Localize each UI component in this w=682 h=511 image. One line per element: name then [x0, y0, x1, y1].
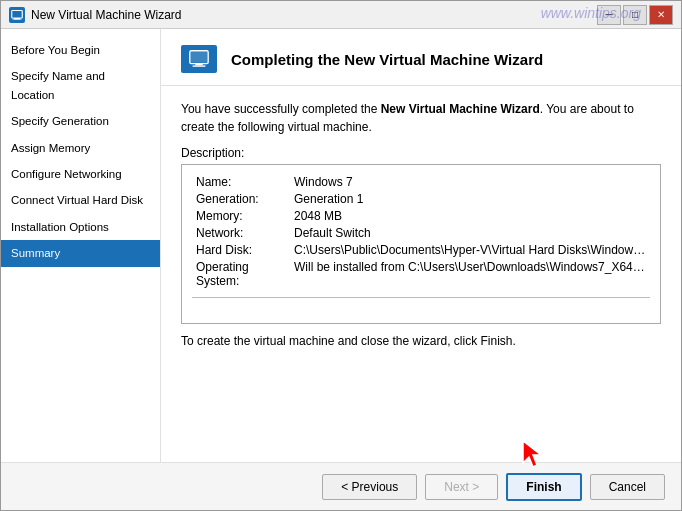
svg-rect-0: [12, 10, 23, 18]
intro-text: You have successfully completed the New …: [181, 100, 661, 136]
window-title: New Virtual Machine Wizard: [31, 8, 182, 22]
window-icon: [9, 7, 25, 23]
description-label: Description:: [181, 146, 661, 160]
finish-button[interactable]: Finish: [506, 473, 581, 501]
page-header: Completing the New Virtual Machine Wizar…: [161, 29, 681, 86]
desc-box-footer: [192, 297, 650, 302]
desc-value-cell: 2048 MB: [290, 207, 650, 224]
title-bar: New Virtual Machine Wizard ─ □ ✕: [1, 1, 681, 29]
desc-value-cell: Windows 7: [290, 173, 650, 190]
title-controls: ─ □ ✕: [597, 5, 673, 25]
table-row: Name:Windows 7: [192, 173, 650, 190]
svg-rect-5: [193, 65, 206, 66]
sidebar-item-generation[interactable]: Specify Generation: [1, 108, 160, 134]
sidebar-item-networking[interactable]: Configure Networking: [1, 161, 160, 187]
main-content: Completing the New Virtual Machine Wizar…: [161, 29, 681, 462]
page-body: You have successfully completed the New …: [161, 86, 681, 462]
header-icon: [181, 45, 217, 73]
sidebar-item-memory[interactable]: Assign Memory: [1, 135, 160, 161]
desc-value-cell: Generation 1: [290, 190, 650, 207]
table-row: Hard Disk:C:\Users\Public\Documents\Hype…: [192, 241, 650, 258]
svg-rect-4: [195, 64, 202, 66]
content-area: Before You Begin Specify Name and Locati…: [1, 29, 681, 462]
table-row: Operating System:Will be installed from …: [192, 258, 650, 289]
close-button[interactable]: ✕: [649, 5, 673, 25]
intro-bold: New Virtual Machine Wizard: [381, 102, 540, 116]
desc-label-cell: Generation:: [192, 190, 290, 207]
cancel-button[interactable]: Cancel: [590, 474, 665, 500]
sidebar-item-hard-disk[interactable]: Connect Virtual Hard Disk: [1, 187, 160, 213]
page-title: Completing the New Virtual Machine Wizar…: [231, 51, 543, 68]
desc-label-cell: Network:: [192, 224, 290, 241]
desc-label-cell: Memory:: [192, 207, 290, 224]
table-row: Network:Default Switch: [192, 224, 650, 241]
sidebar-item-before-you-begin[interactable]: Before You Begin: [1, 37, 160, 63]
table-row: Memory:2048 MB: [192, 207, 650, 224]
next-button: Next >: [425, 474, 498, 500]
desc-value-cell: Will be installed from C:\Users\User\Dow…: [290, 258, 650, 289]
sidebar: Before You Begin Specify Name and Locati…: [1, 29, 161, 462]
sidebar-item-name-location[interactable]: Specify Name and Location: [1, 63, 160, 108]
previous-button[interactable]: < Previous: [322, 474, 417, 500]
desc-label-cell: Name:: [192, 173, 290, 190]
desc-value-cell: Default Switch: [290, 224, 650, 241]
svg-rect-6: [191, 52, 208, 63]
svg-rect-2: [13, 18, 22, 19]
title-bar-left: New Virtual Machine Wizard: [9, 7, 182, 23]
desc-label-cell: Hard Disk:: [192, 241, 290, 258]
description-box: Name:Windows 7Generation:Generation 1Mem…: [181, 164, 661, 324]
minimize-button[interactable]: ─: [597, 5, 621, 25]
sidebar-item-installation[interactable]: Installation Options: [1, 214, 160, 240]
wizard-footer: < Previous Next > Finish Cancel: [1, 462, 681, 510]
sidebar-item-summary[interactable]: Summary: [1, 240, 160, 266]
maximize-button[interactable]: □: [623, 5, 647, 25]
wizard-window: New Virtual Machine Wizard ─ □ ✕ www.win…: [0, 0, 682, 511]
desc-value-cell: C:\Users\Public\Documents\Hyper-V\Virtua…: [290, 241, 650, 258]
table-row: Generation:Generation 1: [192, 190, 650, 207]
description-table: Name:Windows 7Generation:Generation 1Mem…: [192, 173, 650, 289]
finish-text: To create the virtual machine and close …: [181, 334, 661, 348]
desc-label-cell: Operating System:: [192, 258, 290, 289]
